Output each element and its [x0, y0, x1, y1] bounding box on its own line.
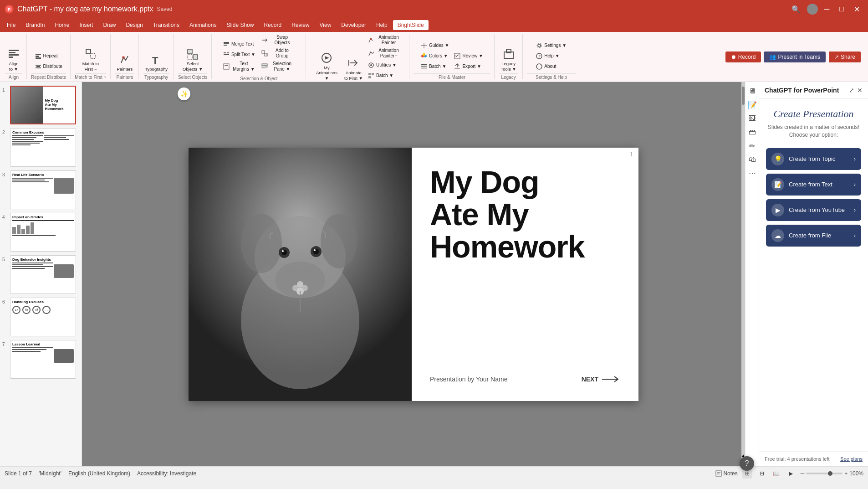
batch2-button[interactable]: Batch ▼	[419, 62, 451, 72]
selection-pane-button[interactable]: Selection Pane ▼	[260, 60, 296, 73]
menu-file[interactable]: File	[2, 20, 20, 30]
menu-record[interactable]: Record	[259, 20, 286, 30]
my-animations-button[interactable]: MyAnimations ▼	[312, 51, 341, 82]
slide-item-7[interactable]: 7 Lesson Learned	[2, 340, 79, 379]
create-from-file-button[interactable]: ☁ Create from File ›	[766, 225, 861, 247]
slide-thumb-3[interactable]: Real Life Scenario	[10, 170, 76, 209]
slide-sorter-button[interactable]: ⊟	[757, 468, 767, 479]
distribute-button[interactable]: Distribute	[33, 62, 64, 72]
menu-transitions[interactable]: Transitions	[148, 20, 184, 30]
match-group-label: Match to First ~	[75, 73, 106, 80]
zoom-in-icon[interactable]: +	[844, 470, 848, 477]
present-in-teams-button[interactable]: 👥 Present in Teams	[764, 51, 826, 62]
panel-icon-card[interactable]: 🗃	[747, 127, 758, 138]
slide-next-button[interactable]: NEXT	[582, 376, 620, 383]
user-avatar[interactable]	[807, 4, 818, 15]
select-objects-button[interactable]: SelectObjects ▼	[181, 45, 204, 72]
slide-thumb-6[interactable]: Handling Excuses ↩ ↻ ↺ →	[10, 298, 76, 336]
merge-text-button[interactable]: Merge Text	[221, 39, 258, 49]
notes-button[interactable]: Notes	[715, 470, 737, 477]
slide-item-2[interactable]: 2 Common Excuses	[2, 128, 79, 167]
guides-icon	[421, 42, 427, 49]
zoom-out-icon[interactable]: ─	[801, 470, 805, 477]
painters-label: Painters	[117, 67, 133, 72]
painters-button[interactable]: Painters	[115, 45, 134, 72]
panel-icon-slides[interactable]: 🖥	[747, 86, 758, 97]
slide-thumb-5[interactable]: Dog Behavior Insights	[10, 255, 76, 294]
align-button[interactable]: Alignto ▼	[5, 45, 22, 72]
share-button[interactable]: ↗ Share	[828, 51, 861, 63]
slide-item-1[interactable]: 1 My DogAte MyHomework	[2, 86, 79, 124]
match-to-first-button[interactable]: Match toFirst ~	[81, 45, 101, 72]
svg-rect-6	[36, 54, 41, 55]
menu-draw[interactable]: Draw	[98, 20, 120, 30]
menu-help[interactable]: Help	[372, 20, 392, 30]
slide-thumb-1[interactable]: My DogAte MyHomework	[10, 86, 76, 124]
add-to-group-button[interactable]: + Add to Group	[260, 47, 296, 60]
slide-item-5[interactable]: 5 Dog Behavior Insights	[2, 255, 79, 294]
panel-icon-image[interactable]: 🖼	[747, 113, 758, 124]
menu-slideshow[interactable]: Slide Show	[222, 20, 258, 30]
slide-item-4[interactable]: 4 Impact on Grades	[2, 213, 79, 252]
create-from-text-button[interactable]: 📝 Create from Text ›	[766, 174, 861, 196]
record-button[interactable]: ⏺ Record	[725, 51, 761, 62]
animation-painter-button[interactable]: Animation Painter	[366, 34, 403, 46]
panel-icon-bag[interactable]: 🛍	[747, 154, 758, 165]
slide-item-3[interactable]: 3 Real Life Scenario	[2, 170, 79, 209]
export-button[interactable]: Export ▼	[452, 62, 485, 72]
reading-view-button[interactable]: 📖	[771, 468, 781, 479]
close-button[interactable]: ✕	[850, 3, 863, 15]
menu-brandin[interactable]: BrandIn	[21, 20, 49, 30]
animation-painter-plus-button[interactable]: + Animation Painter+	[366, 47, 403, 60]
chatgpt-popout-button[interactable]: ⤢	[849, 87, 854, 94]
slide-thumb-7[interactable]: Lesson Learned	[10, 340, 76, 379]
batch-button[interactable]: Batch ▼	[366, 71, 403, 81]
split-text-button[interactable]: Split Text ▼	[221, 50, 258, 60]
panel-icon-edit[interactable]: ✏	[747, 140, 758, 151]
menu-insert[interactable]: Insert	[75, 20, 97, 30]
slide-item-6[interactable]: 6 Handling Excuses ↩ ↻ ↺ →	[2, 298, 79, 336]
settings-button[interactable]: Settings ▼	[534, 41, 568, 51]
panel-icon-more[interactable]: ⋯	[747, 168, 758, 179]
colors-button[interactable]: Colors ▼	[419, 51, 451, 61]
minimize-button[interactable]: ─	[821, 3, 833, 15]
vertical-scrollbar[interactable]: ▲ ▼	[741, 82, 745, 466]
menu-animations[interactable]: Animations	[185, 20, 221, 30]
text-margins-button[interactable]: Text Margins ▼	[221, 60, 258, 73]
menu-developer[interactable]: Developer	[337, 20, 371, 30]
legacy-group-label: Legacy	[499, 73, 518, 80]
menu-review[interactable]: Review	[287, 20, 314, 30]
chatgpt-close-button[interactable]: ✕	[857, 87, 863, 94]
help-button[interactable]: ? Help ▼	[534, 51, 568, 61]
create-from-topic-button[interactable]: 💡 Create from Topic ›	[766, 148, 861, 170]
utilities-button[interactable]: Utilities ▼	[366, 60, 403, 70]
panel-icon-notes[interactable]: 📝	[747, 99, 758, 110]
guides-button[interactable]: Guides ▼	[419, 41, 451, 51]
designer-icon[interactable]: ✨	[178, 88, 190, 100]
batch2-label: Batch ▼	[429, 64, 446, 69]
help-fab-button[interactable]: ?	[740, 456, 754, 471]
review-button[interactable]: Review ▼	[452, 51, 485, 61]
menu-brightslide[interactable]: BrightSlide	[393, 20, 429, 30]
typography-button[interactable]: T Typography	[143, 45, 169, 72]
about-button[interactable]: i About	[534, 62, 568, 72]
zoom-slider-thumb[interactable]	[828, 471, 832, 476]
slide-thumb-2[interactable]: Common Excuses	[10, 128, 76, 167]
menu-home[interactable]: Home	[50, 20, 74, 30]
chatgpt-see-plans-link[interactable]: See plans	[840, 456, 863, 462]
dog-photo	[189, 148, 412, 401]
slide-thumb-4[interactable]: Impact on Grades	[10, 213, 76, 252]
menu-view[interactable]: View	[315, 20, 336, 30]
restore-button[interactable]: □	[836, 3, 848, 15]
zoom-slider[interactable]	[806, 473, 842, 474]
slideshow-view-button[interactable]: ▶	[786, 468, 796, 479]
animate-to-first-button[interactable]: Animateto First ▼	[342, 52, 365, 82]
search-icon[interactable]: 🔍	[788, 5, 804, 14]
scrollbar-thumb[interactable]	[742, 87, 745, 105]
svg-point-70	[314, 249, 316, 251]
legacy-tools-button[interactable]: LegacyTools ▼	[499, 45, 518, 72]
swap-objects-button[interactable]: Swap Objects	[260, 34, 296, 46]
repeat-button[interactable]: Repeat	[33, 51, 64, 61]
menu-design[interactable]: Design	[121, 20, 147, 30]
create-from-youtube-button[interactable]: ▶ Create from YouTube ›	[766, 199, 861, 221]
